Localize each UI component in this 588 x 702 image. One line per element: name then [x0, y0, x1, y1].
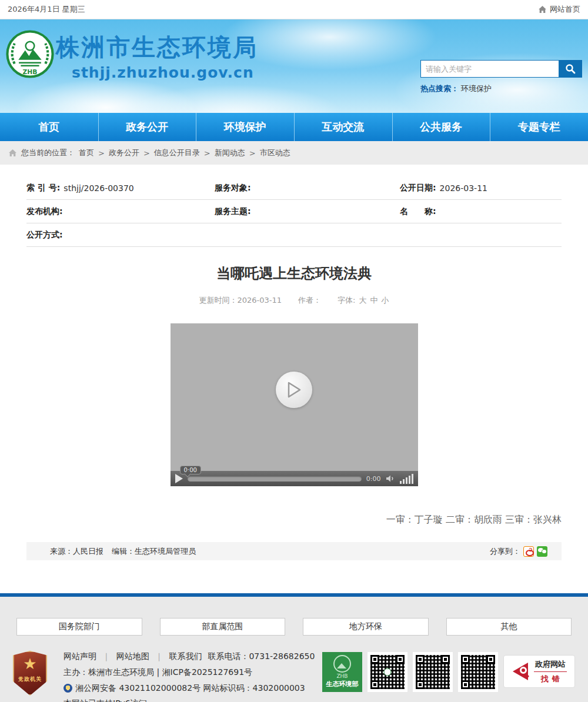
- author: 作者：: [298, 295, 321, 306]
- font-size-label: 字体:: [338, 295, 355, 306]
- volume-bars[interactable]: [400, 474, 413, 484]
- meta-row-3: 公开方式:: [26, 223, 562, 247]
- editor: 编辑：生态环境局管理员: [112, 546, 196, 557]
- video-current-time: 0:00: [366, 475, 381, 483]
- review-line: 一审：丁子璇 二审：胡欣雨 三审：张兴林: [26, 514, 562, 526]
- name-label: 名 称:: [400, 206, 436, 217]
- nav-item-gov-info[interactable]: 政务公开: [98, 113, 196, 141]
- breadcrumb-item-news[interactable]: 新闻动态: [215, 148, 245, 158]
- moee-emblem-icon: [333, 655, 351, 673]
- search-button[interactable]: [559, 60, 582, 78]
- nav-item-public-service[interactable]: 公共服务: [392, 113, 490, 141]
- nav-item-home[interactable]: 首页: [0, 113, 98, 141]
- site-logo: ZHB: [6, 30, 54, 78]
- search-input[interactable]: [420, 60, 559, 78]
- hot-search-label: 热点搜索：: [420, 83, 459, 94]
- font-size-switcher: 字体: 大 中 小: [338, 295, 389, 306]
- breadcrumb-prefix: 您当前的位置：: [21, 148, 75, 158]
- video-play-button[interactable]: [175, 474, 183, 483]
- font-size-large-button[interactable]: 大: [359, 295, 366, 306]
- issuing-agency-label: 发布机构:: [26, 206, 63, 217]
- footer: 国务院部门 部直属范围 地方环保 其他 ★ 党政机关 网站声明 ｜ 网站地图 ｜…: [0, 597, 588, 702]
- footer-group-state-council[interactable]: 国务院部门: [16, 618, 142, 636]
- font-size-small-button[interactable]: 小: [381, 295, 389, 306]
- update-time: 更新时间：2026-03-11: [199, 295, 282, 306]
- breadcrumb-item-gov-info[interactable]: 政务公开: [109, 148, 139, 158]
- font-size-medium-button[interactable]: 中: [370, 295, 377, 306]
- speaker-icon[interactable]: [386, 474, 395, 483]
- gov-agency-badge: ★ 党政机关: [13, 651, 47, 696]
- search-area: 热点搜索： 环境保护: [420, 60, 582, 94]
- service-object-label: 服务对象:: [215, 183, 251, 193]
- index-number-value: sthjj/2026-00370: [64, 183, 133, 193]
- search-icon: [565, 63, 576, 74]
- meta-row-2: 发布机构: 服务主题: 名 称:: [26, 200, 562, 223]
- site-name: 株洲市生态环境局: [56, 31, 258, 63]
- home-link[interactable]: 网站首页: [538, 4, 580, 15]
- moee-badge: ZHB 生态环境部: [322, 652, 362, 692]
- service-theme-label: 服务主题:: [215, 206, 251, 217]
- current-date: 2026年4月1日 星期三: [8, 4, 85, 15]
- hot-search-keyword[interactable]: 环境保护: [461, 83, 492, 94]
- footer-group-ministry[interactable]: 部直属范围: [160, 618, 286, 636]
- source: 来源：人民日报: [50, 546, 103, 557]
- index-number-label: 索 引 号:: [26, 183, 60, 193]
- footer-link-sitemap[interactable]: 网站地图: [116, 648, 149, 664]
- svg-text:ZHB: ZHB: [23, 68, 38, 76]
- magnifier-flag-icon: [512, 661, 529, 681]
- nav-item-special-topics[interactable]: 专题专栏: [490, 113, 588, 141]
- article-meta: 更新时间：2026-03-11 作者： 字体: 大 中 小: [26, 295, 562, 306]
- weibo-share-icon[interactable]: [523, 546, 534, 557]
- breadcrumb: 您当前的位置： 首页 > 政务公开 > 信息公开目录 > 新闻动态 > 市区动态: [0, 141, 588, 165]
- article-content: 索 引 号: sthjj/2026-00370 服务对象: 公开日期: 2026…: [0, 165, 588, 560]
- home-icon: [538, 5, 547, 14]
- site-header: ZHB 株洲市生态环境局 sthjj.zhuzhou.gov.cn 热点搜索： …: [0, 19, 588, 113]
- publish-date-label: 公开日期:: [400, 183, 436, 193]
- video-progress-bar[interactable]: [188, 476, 362, 482]
- breadcrumb-item-home[interactable]: 首页: [79, 148, 94, 158]
- page-title: 当哪吒遇上生态环境法典: [26, 264, 562, 283]
- wechat-share-icon[interactable]: [537, 546, 547, 557]
- qr-code-2: [413, 652, 453, 692]
- play-icon: [286, 381, 302, 399]
- meta-row-1: 索 引 号: sthjj/2026-00370 服务对象: 公开日期: 2026…: [26, 176, 562, 200]
- source-bar: 来源：人民日报 编辑：生态环境局管理员 分享到：: [26, 542, 562, 560]
- publish-date-value: 2026-03-11: [440, 183, 487, 193]
- breadcrumb-home-icon: [8, 149, 17, 157]
- nav-item-env-protection[interactable]: 环境保护: [196, 113, 294, 141]
- police-badge-icon: [64, 684, 72, 693]
- home-link-label: 网站首页: [550, 4, 580, 15]
- host-line: 主办：株洲市生态环境局 | 湘ICP备2025127691号: [64, 664, 315, 680]
- disclosure-method-label: 公开方式:: [26, 230, 63, 240]
- seek-tooltip: 0:00: [180, 466, 201, 474]
- main-nav: 首页 政务公开 环境保护 互动交流 公共服务 专题专栏: [0, 113, 588, 141]
- play-overlay-button[interactable]: [276, 372, 312, 408]
- contact-phone: 联系电话：0731-28682650: [208, 648, 315, 664]
- video-player[interactable]: 0:00 0:00: [171, 323, 418, 486]
- security-line: 湘公网安备 43021102000082号 网站标识码：4302000003: [75, 680, 305, 696]
- nav-item-interaction[interactable]: 互动交流: [294, 113, 392, 141]
- footer-group-local-env[interactable]: 地方环保: [303, 618, 429, 636]
- qr-code-1: [368, 652, 407, 692]
- share-label: 分享到：: [490, 546, 520, 557]
- video-controls: 0:00 0:00: [171, 471, 418, 486]
- breadcrumb-item-district-news[interactable]: 市区动态: [260, 148, 290, 158]
- footer-group-other[interactable]: 其他: [446, 618, 572, 636]
- footer-link-statement[interactable]: 网站声明: [64, 648, 96, 664]
- qr-code-3: [458, 652, 498, 692]
- topbar: 2026年4月1日 星期三 网站首页: [0, 0, 588, 19]
- breadcrumb-item-directory[interactable]: 信息公开目录: [154, 148, 200, 158]
- shield-star-icon: ★: [23, 652, 36, 676]
- site-url: sthjj.zhuzhou.gov.cn: [72, 64, 254, 81]
- ipv6-line: 本网站已支持IPv6访问: [64, 696, 315, 702]
- footer-link-contact[interactable]: 联系我们: [169, 648, 202, 664]
- gov-site-error-report-button[interactable]: 政府网站 找错: [503, 655, 575, 688]
